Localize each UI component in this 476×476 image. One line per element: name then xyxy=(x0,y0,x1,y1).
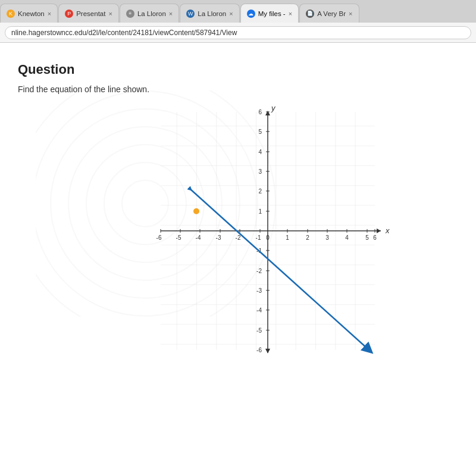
question-section: Question Find the equation of the line s… xyxy=(0,43,476,362)
svg-text:3: 3 xyxy=(258,168,262,175)
llorona1-icon: ≡ xyxy=(126,10,134,18)
svg-text:6: 6 xyxy=(258,109,262,115)
svg-text:3: 3 xyxy=(325,234,329,241)
llorona2-icon: W xyxy=(186,10,195,18)
svg-text:5: 5 xyxy=(258,129,262,135)
tab-label: La Lloron xyxy=(198,10,226,17)
tab-avery[interactable]: 📄 A Very Br × xyxy=(299,4,359,23)
svg-text:-4: -4 xyxy=(256,307,262,314)
tab-close-knewton[interactable]: × xyxy=(48,10,51,17)
myfiles-icon: ☁ xyxy=(247,10,255,18)
svg-text:4: 4 xyxy=(258,149,262,155)
graph-svg: x y -6 -5 -4 -3 -2 xyxy=(137,106,399,362)
tab-presentation[interactable]: P Presentat × xyxy=(58,4,119,23)
tab-label: A Very Br xyxy=(317,10,346,17)
presentation-icon: P xyxy=(65,10,73,18)
graph-point xyxy=(193,208,199,214)
tab-label: La Lloron xyxy=(137,10,166,17)
tab-close-presentation[interactable]: × xyxy=(108,10,112,17)
avery-icon: 📄 xyxy=(306,10,314,18)
address-bar xyxy=(0,23,476,43)
svg-text:0: 0 xyxy=(266,234,270,241)
tab-label: My files - xyxy=(258,10,286,17)
tab-llorona2[interactable]: W La Lloron × xyxy=(180,4,239,23)
tab-llorona1[interactable]: ≡ La Lloron × xyxy=(120,4,179,23)
svg-marker-3 xyxy=(377,228,381,233)
graph-container: x y -6 -5 -4 -3 -2 xyxy=(137,106,399,362)
tab-myfiles[interactable]: ☁ My files - × xyxy=(240,4,299,23)
tab-close-llorona1[interactable]: × xyxy=(169,10,173,17)
knewton-icon: K xyxy=(7,10,15,18)
tab-knewton[interactable]: K Knewton × xyxy=(0,4,58,23)
svg-text:-3: -3 xyxy=(216,234,221,241)
svg-text:-6: -6 xyxy=(256,347,262,353)
tab-close-avery[interactable]: × xyxy=(349,10,352,17)
question-title: Question xyxy=(18,62,458,77)
tab-close-llorona2[interactable]: × xyxy=(229,10,233,17)
tab-label: Knewton xyxy=(18,10,45,17)
svg-text:-5: -5 xyxy=(176,234,181,241)
svg-text:-5: -5 xyxy=(256,327,262,334)
svg-text:y: y xyxy=(271,106,276,112)
tab-label: Presentat xyxy=(76,10,105,17)
svg-text:6: 6 xyxy=(373,234,377,241)
svg-text:-2: -2 xyxy=(256,268,262,274)
svg-text:4: 4 xyxy=(345,234,349,241)
question-text: Find the equation of the line shown. xyxy=(18,84,458,94)
tab-bar: K Knewton × P Presentat × ≡ La Lloron × … xyxy=(0,0,476,23)
svg-text:2: 2 xyxy=(258,188,262,195)
svg-marker-5 xyxy=(265,349,270,353)
svg-text:1: 1 xyxy=(286,234,289,241)
browser-chrome: K Knewton × P Presentat × ≡ La Lloron × … xyxy=(0,0,476,43)
svg-text:2: 2 xyxy=(306,234,309,241)
tab-close-myfiles[interactable]: × xyxy=(289,10,292,17)
svg-text:-3: -3 xyxy=(256,287,262,294)
svg-text:-4: -4 xyxy=(196,234,201,241)
svg-text:-1: -1 xyxy=(256,234,261,241)
svg-text:-2: -2 xyxy=(236,234,241,241)
svg-text:1: 1 xyxy=(258,208,262,215)
address-input[interactable] xyxy=(5,26,471,39)
svg-text:x: x xyxy=(385,226,390,235)
page-content: Question Find the equation of the line s… xyxy=(0,43,476,476)
svg-text:-6: -6 xyxy=(156,234,162,241)
svg-text:5: 5 xyxy=(365,234,369,241)
